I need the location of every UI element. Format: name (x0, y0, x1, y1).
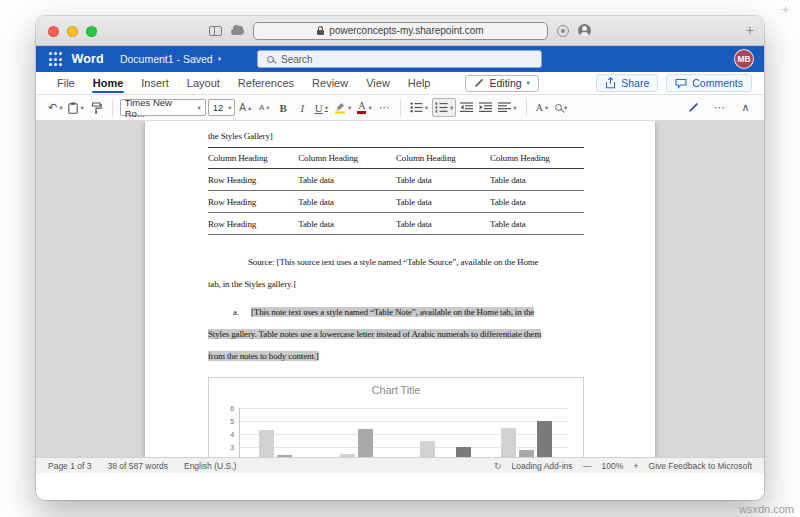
highlight-button[interactable]: ▾ (332, 98, 353, 117)
table-cell: Row Heading (208, 213, 298, 235)
paste-button[interactable]: ▾ (66, 98, 85, 117)
styles-button[interactable]: A▾ (534, 98, 551, 117)
language-indicator[interactable]: English (U.S.) (184, 461, 236, 471)
table-cell: Table data (490, 169, 584, 191)
bullets-button[interactable]: ▾ (408, 98, 430, 117)
sidebar-toggle-button[interactable] (209, 23, 222, 39)
numbering-button[interactable]: ▾ (432, 98, 456, 117)
font-color-button[interactable]: A▾ (355, 98, 374, 117)
alignment-button[interactable]: ▾ (496, 98, 518, 117)
chart-bar-group (420, 441, 471, 458)
shrink-font-button[interactable]: A▾ (256, 98, 273, 117)
zoom-level[interactable]: 100% (602, 461, 624, 471)
app-launcher-button[interactable] (46, 52, 71, 65)
zoom-in-button[interactable]: + (633, 461, 638, 471)
sidebar-icon (209, 26, 222, 36)
chart-bar (340, 454, 355, 458)
underline-button[interactable]: U▾ (313, 98, 330, 117)
embedded-chart[interactable]: Chart Title 6543210 (208, 377, 584, 457)
new-tab-button[interactable]: + (746, 22, 754, 38)
table-cell: Table data (396, 213, 490, 235)
tab-help[interactable]: Help (399, 72, 440, 94)
chevron-down-icon: ▾ (218, 55, 221, 63)
align-text-icon (498, 102, 511, 113)
note-marker: a. (208, 301, 251, 323)
browser-window: powerconcepts-my.sharepoint.com + Word D… (36, 16, 764, 500)
grow-font-button[interactable]: A▴ (237, 98, 254, 117)
format-painter-icon (91, 102, 102, 114)
find-icon (555, 104, 562, 111)
ribbon-tabs: File Home Insert Layout References Revie… (36, 72, 764, 95)
avatar[interactable]: MB (734, 49, 754, 69)
chart-ytick-label: 4 (230, 431, 234, 438)
fullscreen-button[interactable] (86, 26, 97, 37)
bullet-list-icon (410, 102, 423, 113)
table-note-paragraph: a.[This note text uses a style named “Ta… (208, 301, 584, 367)
search-placeholder: Search (281, 54, 313, 65)
more-ribbon-button[interactable]: ⋯ (711, 98, 728, 117)
tab-home[interactable]: Home (84, 72, 133, 94)
source-line: tab, in the Styles gallery.] (208, 273, 584, 295)
table-source-paragraph: Source: [This source text uses a style n… (208, 251, 584, 295)
table-row: Row Heading Table data Table data Table … (208, 213, 584, 235)
privacy-button[interactable] (557, 23, 569, 39)
tab-file[interactable]: File (48, 72, 84, 94)
table-cell: Table data (490, 191, 584, 213)
chart-ytick-label: 5 (230, 418, 234, 425)
close-button[interactable] (48, 26, 59, 37)
chart-ytick-label: 2 (230, 457, 234, 458)
document-page[interactable]: the Styles Gallery] Column Heading Colum… (145, 121, 655, 457)
highlighter-icon (334, 101, 346, 114)
decrease-indent-button[interactable] (458, 98, 475, 117)
tab-review[interactable]: Review (303, 72, 357, 94)
find-button[interactable]: ▾ (553, 98, 570, 117)
editing-mode-button[interactable]: Editing ▾ (465, 75, 538, 92)
comments-button[interactable]: Comments (666, 74, 752, 92)
note-line: a.[This note text uses a style named “Ta… (208, 301, 584, 323)
more-font-options-button[interactable]: ⋯ (376, 98, 393, 117)
address-bar[interactable]: powerconcepts-my.sharepoint.com (253, 22, 548, 40)
chart-bar (519, 450, 534, 457)
font-size-select[interactable]: 12▾ (208, 99, 235, 116)
chart-ytick-label: 6 (230, 405, 234, 412)
format-painter-button[interactable] (88, 98, 105, 117)
profile-button[interactable] (578, 23, 591, 39)
shrink-font-icon: A (259, 103, 264, 112)
tab-references[interactable]: References (229, 72, 303, 94)
window-controls (48, 26, 97, 37)
tab-insert[interactable]: Insert (132, 72, 178, 94)
editor-button[interactable] (685, 98, 702, 117)
bold-button[interactable]: B (275, 98, 292, 117)
word-count[interactable]: 38 of 587 words (107, 461, 167, 471)
tab-view[interactable]: View (357, 72, 399, 94)
increase-indent-button[interactable] (477, 98, 494, 117)
note-line: Styles gallery. Table notes use a lowerc… (208, 323, 584, 345)
feedback-link[interactable]: Give Feedback to Microsoft (649, 461, 752, 471)
tab-layout[interactable]: Layout (178, 72, 229, 94)
chart-bar (537, 421, 552, 457)
minimize-button[interactable] (67, 26, 78, 37)
chart-bar-group (501, 421, 552, 457)
zoom-out-button[interactable]: — (583, 461, 592, 471)
separator (112, 99, 113, 116)
chart-bar (277, 455, 292, 457)
table-cell: Table data (298, 169, 396, 191)
downloads-button[interactable] (231, 23, 244, 39)
lock-icon (317, 30, 324, 35)
italic-button[interactable]: I (294, 98, 311, 117)
font-name-select[interactable]: Times New Ro...▾ (120, 99, 206, 116)
undo-button[interactable]: ↶▾ (46, 98, 64, 117)
table-cell: Table data (396, 169, 490, 191)
collapse-ribbon-button[interactable]: ∧ (737, 98, 754, 117)
chart-bar (501, 428, 516, 458)
search-icon (267, 56, 274, 63)
share-button[interactable]: Share (596, 74, 658, 92)
table-header-cell: Column Heading (490, 148, 584, 169)
search-input[interactable]: Search (257, 50, 542, 68)
page-indicator[interactable]: Page 1 of 3 (48, 461, 91, 471)
document-title[interactable]: Document1 - Saved ▾ (120, 53, 221, 65)
document-canvas: the Styles Gallery] Column Heading Colum… (36, 121, 764, 457)
share-icon (605, 77, 616, 89)
table-header-cell: Column Heading (298, 148, 396, 169)
document-table: Column Heading Column Heading Column Hea… (208, 147, 584, 235)
